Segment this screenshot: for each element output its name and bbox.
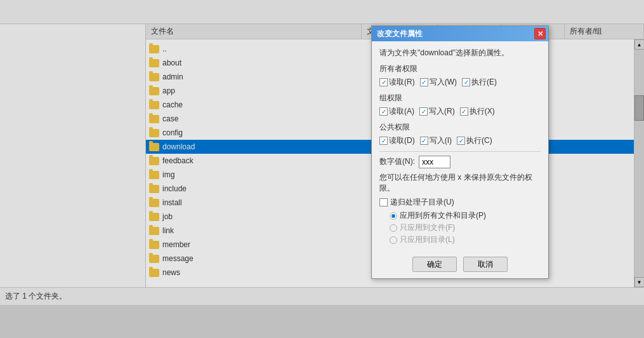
public-perm-section: 公共权限 读取(D) 写入(I) 执行(C)	[379, 122, 541, 146]
checkbox-box[interactable]	[379, 137, 388, 145]
numeric-label: 数字值(N):	[379, 156, 415, 167]
checkbox-box[interactable]	[379, 78, 388, 86]
recurse-checkbox[interactable]	[379, 198, 388, 206]
dialog-content: 请为文件夹"download"选择新的属性。 所有者权限 读取(R) 写入(W)…	[372, 41, 548, 278]
numeric-row: 数字值(N):	[379, 156, 541, 168]
cancel-button[interactable]: 取消	[463, 257, 508, 272]
dialog-description: 请为文件夹"download"选择新的属性。	[379, 48, 541, 58]
group-perm-section: 组权限 读取(A) 写入(R) 执行(X)	[379, 93, 541, 117]
radio-option[interactable]: 只应用到文件(F)	[390, 222, 541, 233]
dialog-close-button[interactable]: ✕	[534, 28, 546, 39]
owner-perm-row: 读取(R) 写入(W) 执行(E)	[379, 77, 541, 88]
dialog-buttons: 确定 取消	[379, 252, 541, 272]
checkbox-box[interactable]	[460, 107, 468, 116]
group-perm-label: 组权限	[379, 93, 541, 104]
radio-group: 应用到所有文件和目录(P) 只应用到文件(F) 只应用到目录(L)	[390, 210, 541, 245]
radio-option[interactable]: 应用到所有文件和目录(P)	[390, 210, 541, 221]
radio-label: 只应用到文件(F)	[400, 222, 455, 233]
perm-checkbox[interactable]: 执行(X)	[460, 106, 495, 117]
confirm-button[interactable]: 确定	[412, 257, 457, 272]
recurse-label: 递归处理子目录(U)	[390, 197, 454, 208]
radio-circle[interactable]	[390, 224, 397, 232]
numeric-input[interactable]	[419, 156, 450, 168]
checkbox-box[interactable]	[457, 137, 465, 145]
radio-circle[interactable]	[390, 236, 397, 244]
perm-label: 写入(W)	[430, 77, 457, 88]
perm-checkbox[interactable]: 读取(A)	[379, 106, 414, 117]
radio-label: 应用到所有文件和目录(P)	[400, 210, 486, 221]
perm-label: 读取(A)	[389, 106, 414, 117]
dialog-title: 改变文件属性	[377, 29, 423, 39]
checkbox-box[interactable]	[379, 107, 388, 116]
divider	[379, 151, 541, 152]
perm-label: 执行(E)	[471, 77, 497, 88]
radio-circle[interactable]	[390, 212, 397, 220]
perm-checkbox[interactable]: 写入(W)	[420, 77, 457, 88]
checkbox-box[interactable]	[419, 107, 428, 116]
group-perm-row: 读取(A) 写入(R) 执行(X)	[379, 106, 541, 117]
owner-perm-section: 所有者权限 读取(R) 写入(W) 执行(E)	[379, 64, 541, 88]
perm-label: 读取(D)	[389, 135, 415, 146]
bottom-bar	[0, 305, 644, 338]
radio-label: 只应用到目录(L)	[400, 234, 455, 245]
perm-checkbox[interactable]: 写入(I)	[420, 135, 452, 146]
perm-checkbox[interactable]: 写入(R)	[419, 106, 455, 117]
recurse-row[interactable]: 递归处理子目录(U)	[379, 197, 541, 208]
checkbox-box[interactable]	[420, 137, 428, 145]
hint-text: 您可以在任何地方使用 x 来保持原先文件的权限。	[379, 172, 541, 194]
perm-checkbox[interactable]: 读取(R)	[379, 77, 415, 88]
perm-checkbox[interactable]: 读取(D)	[379, 135, 415, 146]
checkbox-box[interactable]	[462, 78, 470, 86]
perm-label: 写入(R)	[429, 106, 455, 117]
public-perm-row: 读取(D) 写入(I) 执行(C)	[379, 135, 541, 146]
perm-checkbox[interactable]: 执行(E)	[462, 77, 497, 88]
change-attrs-dialog: 改变文件属性 ✕ 请为文件夹"download"选择新的属性。 所有者权限 读取…	[371, 25, 549, 279]
perm-label: 执行(X)	[470, 106, 495, 117]
dialog-titlebar: 改变文件属性 ✕	[372, 26, 548, 41]
perm-label: 写入(I)	[430, 135, 452, 146]
owner-perm-label: 所有者权限	[379, 64, 541, 74]
perm-checkbox[interactable]: 执行(C)	[457, 135, 492, 146]
perm-label: 读取(R)	[389, 77, 415, 88]
public-perm-label: 公共权限	[379, 122, 541, 133]
perm-label: 执行(C)	[466, 135, 492, 146]
radio-option[interactable]: 只应用到目录(L)	[390, 234, 541, 245]
checkbox-box[interactable]	[420, 78, 428, 86]
